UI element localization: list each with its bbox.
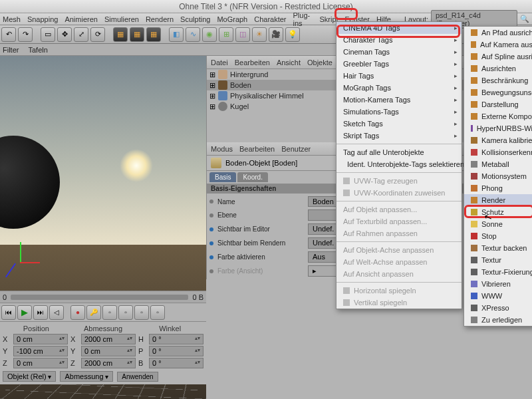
rotate-tool[interactable]: ⟳ [90,27,105,42]
select-tool[interactable]: ▭ [41,27,55,42]
tag-auf-spline-ausrichten[interactable]: Auf Spline ausrichten [464,51,532,63]
play-button[interactable]: ▶ [17,305,32,320]
menu-sim-tags[interactable]: Simulations-Tags [336,106,462,118]
dim-x[interactable]: 2000 cm▴▾ [81,334,136,344]
key-param[interactable]: ▫ [150,305,165,320]
undo-button[interactable]: ↶ [1,27,16,42]
attr-mode[interactable]: Modus [211,145,233,153]
tag-kollisionserkennung[interactable]: Kollisionserkennung [464,146,532,158]
menu-tag-all-children[interactable]: Tag auf alle Unterobjekte [336,146,462,158]
menu-uvw-create: UVW-Tag erzeugen [336,175,462,187]
render-queue-button[interactable]: ▦ [146,27,161,42]
menu-character[interactable]: Charakter [254,15,286,23]
tag-textur-fixierung[interactable]: Textur-Fixierung [464,266,532,278]
tab-basis[interactable]: Basis [209,172,236,182]
search-icon[interactable]: 🔍 [520,15,529,23]
tag-kamera-kalibrieren[interactable]: Kamera kalibrieren [464,134,532,146]
array-primitive[interactable]: ⊞ [219,27,233,42]
tag-zu-erledigen[interactable]: Zu erledigen [464,314,532,326]
key-scale[interactable]: ▫ [118,305,133,320]
tag-sonne[interactable]: Sonne [464,218,532,230]
tag-render[interactable]: Render [464,194,532,206]
tag-bewegungsunsch-rfe[interactable]: Bewegungsunschärfe [464,86,532,98]
menu-greebler-tags[interactable]: Greebler Tags [336,58,462,70]
pos-y[interactable]: -100 cm▴▾ [13,346,68,356]
pos-x[interactable]: 0 cm▴▾ [13,334,68,344]
menu-c4d-tags[interactable]: CINEMA 4D Tags [336,22,462,34]
light-object[interactable]: 💡 [285,27,300,42]
spline-primitive[interactable]: ∿ [186,27,200,42]
move-tool[interactable]: ✥ [57,27,72,42]
menu-sketch-tags[interactable]: Sketch Tags [336,118,462,130]
tag-externe-kompositing[interactable]: Externe Kompositing [464,110,532,122]
menu-script-tags[interactable]: Skript Tags [336,130,462,142]
menu-snapping[interactable]: Snapping [27,15,59,23]
scene-object[interactable]: ☀ [252,27,267,42]
ang-p[interactable]: 0 °▴▾ [149,346,203,356]
coord-mode[interactable]: Objekt (Rel) ▾ [3,371,56,382]
dim-z[interactable]: 2000 cm▴▾ [81,358,136,368]
tag-beschr-nkung[interactable]: Beschränkung [464,74,532,86]
tag-motionsystem[interactable]: Motionsystem [464,170,532,182]
goto-start[interactable]: ⏮ [1,305,16,320]
menu-hair-tags[interactable]: Hair Tags [336,70,462,82]
scale-tool[interactable]: ⤢ [74,27,88,42]
tag-metaball[interactable]: Metaball [464,158,532,170]
attr-user[interactable]: Benutzer [281,145,311,153]
dim-y[interactable]: 0 cm▴▾ [81,346,136,356]
apply-button[interactable]: Anwenden [117,372,158,382]
cube-primitive[interactable]: ◧ [169,27,184,42]
tag-an-pfad-ausrichten[interactable]: An Pfad ausrichten [464,27,532,39]
nurbs-primitive[interactable]: ◉ [202,27,217,42]
autokey-button[interactable]: 🔑 [86,305,101,320]
panels-menu[interactable]: Tafeln [28,46,47,54]
ang-b[interactable]: 0 °▴▾ [149,358,203,368]
tag-ausrichten[interactable]: Ausrichten [464,63,532,74]
dim-mode[interactable]: Abmessung ▾ [60,371,113,382]
tab-coord[interactable]: Koord. [237,172,267,182]
menu-mesh[interactable]: Mesh [3,15,21,23]
menu-simulate[interactable]: Simulieren [104,15,139,23]
tag-schutz[interactable]: Schutz [464,206,532,218]
goto-end[interactable]: ⏭ [33,305,48,320]
tag-phong[interactable]: Phong [464,182,532,194]
menu-cineman-tags[interactable]: Cineman Tags [336,46,462,58]
tag-auf-kamera-ausrichten[interactable]: Auf Kamera ausrichten [464,39,532,51]
menu-fit-region: Auf Rahmen anpassen [336,227,462,239]
key-rot[interactable]: ▫ [134,305,149,320]
ang-h[interactable]: 0 °▴▾ [149,334,203,344]
deformer-primitive[interactable]: ◫ [235,27,250,42]
camera-object[interactable]: 🎥 [269,27,283,42]
menu-mograph-tags[interactable]: MoGraph Tags [336,82,462,94]
redo-button[interactable]: ↷ [18,27,33,42]
tag-vibrieren[interactable]: Vibrieren [464,278,532,290]
key-pos[interactable]: ▫ [102,305,117,320]
menu-sculpting[interactable]: Sculpting [180,15,210,23]
menu-plugins[interactable]: Plug-ins [293,11,313,27]
menu-select-identical[interactable]: Ident. Unterobjekte-Tags selektieren [336,158,462,170]
menu-motioncam-tags[interactable]: Motion-Kamera Tags [336,94,462,106]
timeline[interactable]: 00 B [0,291,206,303]
menu-render[interactable]: Rendern [146,15,174,23]
tag-stop[interactable]: Stop [464,230,532,242]
tag-xpresso[interactable]: XPresso [464,302,532,314]
filter-menu[interactable]: Filter [3,46,19,54]
objmgr-objects[interactable]: Objekte [307,59,332,66]
render-settings-button[interactable]: ▦ [130,27,144,42]
tag-textur-backen[interactable]: Textur backen [464,242,532,254]
menu-charakter-tags[interactable]: Charakter Tags [336,34,462,46]
objmgr-edit[interactable]: Bearbeiten [235,59,270,66]
menu-animate[interactable]: Animieren [65,15,98,23]
tag-www[interactable]: WWW [464,290,532,302]
tag-darstellung[interactable]: Darstellung [464,98,532,110]
attr-edit[interactable]: Bearbeiten [239,145,275,153]
pos-z[interactable]: 0 cm▴▾ [13,358,68,368]
prev-key[interactable]: ◁ [49,305,64,320]
record-button[interactable]: ● [70,305,85,320]
tag-hypernurbs-wichtung[interactable]: HyperNURBS-Wichtung [464,122,532,134]
objmgr-file[interactable]: Datei [211,59,228,66]
tag-textur[interactable]: Textur [464,254,532,266]
menu-mograph[interactable]: MoGraph [217,15,247,23]
objmgr-view[interactable]: Ansicht [277,59,301,66]
render-view-button[interactable]: ▦ [113,27,128,42]
